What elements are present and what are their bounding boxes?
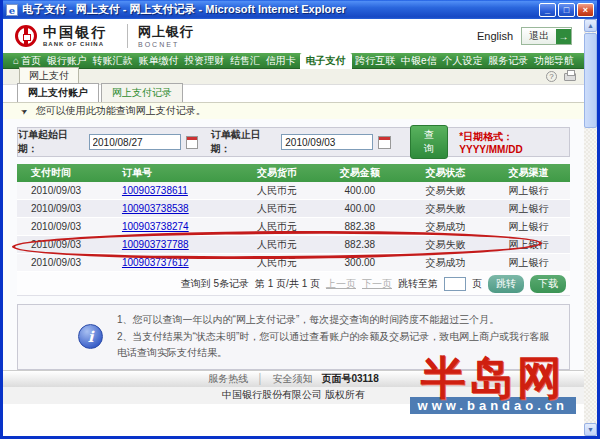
minimize-button[interactable]: _ xyxy=(539,3,556,17)
calendar-icon[interactable] xyxy=(186,136,198,149)
search-button[interactable]: 查询 xyxy=(410,125,449,159)
scroll-up-icon[interactable]: ▲ xyxy=(584,19,597,32)
records-table: 支付时间 订单号 交易货币 交易金额 交易状态 交易渠道 2010/09/03 … xyxy=(17,164,570,272)
nav-item-home[interactable]: ⌂首页 xyxy=(11,54,43,68)
bank-name-en: BANK OF CHINA xyxy=(43,41,107,47)
security-notice-link[interactable]: 安全须知 xyxy=(272,372,312,386)
masthead-divider xyxy=(127,24,128,48)
cell-pay-date: 2010/09/03 xyxy=(17,257,100,268)
jump-prefix-label: 跳转至第 xyxy=(398,277,438,291)
next-page-link[interactable]: 下一页 xyxy=(362,277,392,291)
masthead: 中国银行 BANK OF CHINA 网上银行 BOCNET English 退… xyxy=(3,19,584,53)
hint-text: 您可以使用此功能查询网上支付记录。 xyxy=(36,104,206,118)
cell-amount: 882.38 xyxy=(316,221,404,232)
order-link[interactable]: 100903738274 xyxy=(100,221,238,232)
main-section: 订单起始日期： 订单截止日期： 查询 *日期格式：YYYY/MM/DD 支付时间… xyxy=(3,119,584,370)
subnav-tab-online-payment[interactable]: 网上支付 xyxy=(19,67,79,84)
jump-button[interactable]: 跳转 xyxy=(488,275,524,293)
info-icon: i xyxy=(78,324,103,349)
cell-currency: 人民币元 xyxy=(238,202,315,216)
cell-status: 交易失败 xyxy=(404,184,487,198)
notice-line-1: 1、您可以查询一年以内的“网上支付记录”，每次提交查询的时间跨度不能超过三个月。 xyxy=(117,312,559,329)
english-link[interactable]: English xyxy=(477,30,513,42)
hint-bar: ➤ 您可以使用此功能查询网上支付记录。 xyxy=(3,102,584,119)
cell-currency: 人民币元 xyxy=(238,256,315,270)
nav-item-settings[interactable]: 个人设定 xyxy=(440,54,484,68)
col-order-no: 订单号 xyxy=(100,166,238,180)
nav-item-service-log[interactable]: 服务记录 xyxy=(486,54,530,68)
maximize-button[interactable]: □ xyxy=(558,3,575,17)
title-bar[interactable]: e 电子支付 - 网上支付 - 网上支付记录 - Microsoft Inter… xyxy=(3,0,597,19)
home-icon: ⌂ xyxy=(13,55,19,66)
boc-logo-icon xyxy=(15,25,37,47)
close-button[interactable]: × xyxy=(577,3,594,17)
col-currency: 交易货币 xyxy=(238,166,315,180)
col-pay-date: 支付时间 xyxy=(17,166,100,180)
query-form: 订单起始日期： 订单截止日期： 查询 *日期格式：YYYY/MM/DD xyxy=(17,127,570,157)
cell-currency: 人民币元 xyxy=(238,238,315,252)
table-row-highlighted: 2010/09/03 100903737788 人民币元 882.38 交易失败… xyxy=(17,236,570,254)
table-row: 2010/09/03 100903738274 人民币元 882.38 交易成功… xyxy=(17,218,570,236)
cell-pay-date: 2010/09/03 xyxy=(17,221,100,232)
order-link[interactable]: 100903737612 xyxy=(100,257,238,268)
help-icon[interactable]: ? xyxy=(546,71,557,82)
cell-channel: 网上银行 xyxy=(487,220,570,234)
vertical-scrollbar[interactable]: ▲ ▼ xyxy=(584,19,597,436)
nav-item-boc-e[interactable]: 中银e信 xyxy=(399,54,439,68)
footer-separator: │ xyxy=(257,373,263,384)
tab-payment-account[interactable]: 网上支付账户 xyxy=(17,83,99,102)
nav-item-epay[interactable]: 电子支付 xyxy=(300,53,352,69)
cell-pay-date: 2010/09/03 xyxy=(17,185,100,196)
calendar-icon[interactable] xyxy=(378,136,390,149)
order-link[interactable]: 100903738538 xyxy=(100,203,238,214)
cell-amount: 882.38 xyxy=(316,239,404,250)
cell-status: 交易成功 xyxy=(404,256,487,270)
download-button[interactable]: 下载 xyxy=(530,275,566,293)
nav-item-interbank[interactable]: 跨行互联 xyxy=(353,54,397,68)
scroll-down-icon[interactable]: ▼ xyxy=(584,423,597,436)
cell-status: 交易成功 xyxy=(404,220,487,234)
nav-item-transfer[interactable]: 转账汇款 xyxy=(91,54,135,68)
tabs-row: 网上支付账户 网上支付记录 xyxy=(3,85,584,102)
cell-pay-date: 2010/09/03 xyxy=(17,203,100,214)
nav-item-accounts[interactable]: 银行账户 xyxy=(45,54,89,68)
nav-item-fx[interactable]: 结售汇 xyxy=(228,54,262,68)
logout-label: 退出 xyxy=(522,28,556,44)
cell-currency: 人民币元 xyxy=(238,184,315,198)
hint-arrow-icon: ➤ xyxy=(19,105,29,116)
cell-channel: 网上银行 xyxy=(487,238,570,252)
cell-status: 交易失败 xyxy=(404,238,487,252)
cell-channel: 网上银行 xyxy=(487,184,570,198)
logout-button[interactable]: 退出 → xyxy=(521,27,572,45)
nav-item-creditcard[interactable]: 信用卡 xyxy=(264,54,298,68)
table-row: 2010/09/03 100903738611 人民币元 400.00 交易失败… xyxy=(17,182,570,200)
tab-payment-records[interactable]: 网上支付记录 xyxy=(101,83,183,102)
hotline-link[interactable]: 服务热线 xyxy=(208,372,248,386)
nav-item-billpay[interactable]: 账单缴付 xyxy=(136,54,180,68)
col-status: 交易状态 xyxy=(404,166,487,180)
scrollbar-track[interactable] xyxy=(584,128,597,423)
table-header-row: 支付时间 订单号 交易货币 交易金额 交易状态 交易渠道 xyxy=(17,164,570,182)
scrollbar-thumb[interactable] xyxy=(584,33,597,128)
col-channel: 交易渠道 xyxy=(487,166,570,180)
table-row: 2010/09/03 100903738538 人民币元 400.00 交易失败… xyxy=(17,200,570,218)
page-content: 中国银行 BANK OF CHINA 网上银行 BOCNET English 退… xyxy=(3,19,584,436)
prev-page-link[interactable]: 上一页 xyxy=(326,277,356,291)
start-date-input[interactable] xyxy=(89,134,181,150)
cell-channel: 网上银行 xyxy=(487,202,570,216)
bandao-watermark: 半岛网 www.bandao.cn xyxy=(410,355,576,414)
order-link[interactable]: 100903738611 xyxy=(100,185,238,196)
cell-amount: 400.00 xyxy=(316,185,404,196)
nav-item-invest[interactable]: 投资理财 xyxy=(182,54,226,68)
pager-page-info: 第 1 页/共 1 页 xyxy=(255,277,320,291)
print-icon[interactable] xyxy=(564,73,576,81)
pager-summary: 查询到 5条记录 xyxy=(181,277,249,291)
product-name-cn: 网上银行 xyxy=(138,25,194,38)
cell-amount: 400.00 xyxy=(316,203,404,214)
jump-page-input[interactable] xyxy=(444,277,466,291)
cell-currency: 人民币元 xyxy=(238,220,315,234)
order-link[interactable]: 100903737788 xyxy=(100,239,238,250)
watermark-site-name: 半岛网 xyxy=(410,355,576,400)
end-date-input[interactable] xyxy=(281,134,373,150)
nav-item-guide[interactable]: 功能导航 xyxy=(532,54,576,68)
